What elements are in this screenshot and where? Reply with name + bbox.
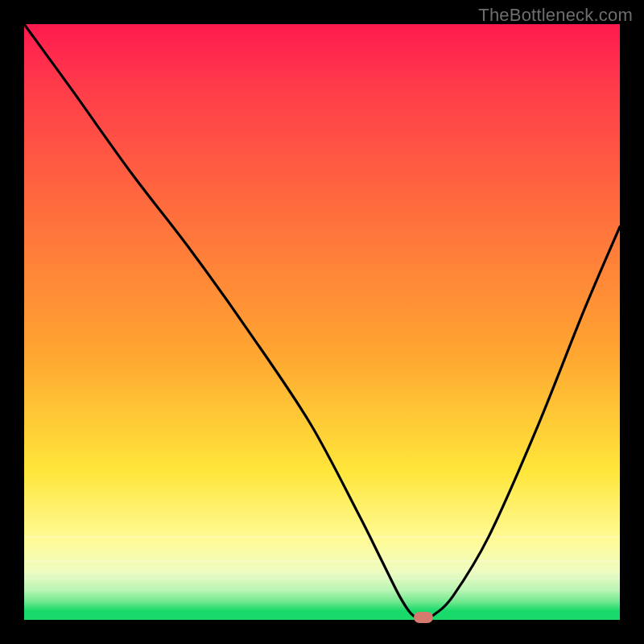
chart-frame: TheBottleneck.com	[0, 0, 644, 644]
curve-svg	[24, 24, 620, 620]
plot-area	[24, 24, 620, 620]
bottleneck-curve-path	[24, 24, 620, 620]
watermark-text: TheBottleneck.com	[478, 5, 633, 26]
optimal-point-marker	[414, 612, 433, 623]
